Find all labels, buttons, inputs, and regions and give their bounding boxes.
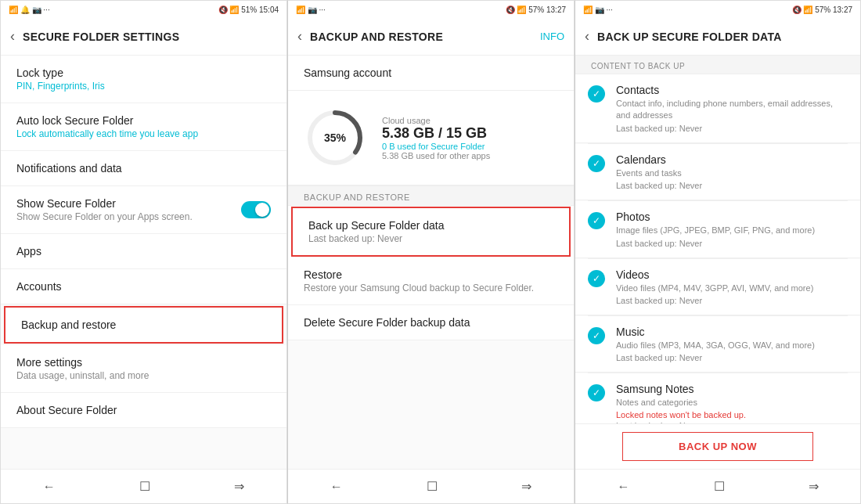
videos-desc: Video files (MP4, M4V, 3GPP, AVI, WMV, a… — [616, 283, 848, 294]
status-icons-left-1: 📶 🔔 📷 ··· — [9, 5, 50, 14]
check-icon-notes: ✓ — [593, 387, 600, 398]
cloud-usage-label: Cloud usage — [382, 116, 558, 125]
lock-type-title: Lock type — [16, 67, 271, 79]
nav-home-2[interactable]: ☐ — [427, 479, 438, 494]
check-icon-calendars: ✓ — [593, 158, 600, 169]
nav-back-1[interactable]: ← — [43, 480, 56, 494]
backup-item-back-up[interactable]: Back up Secure Folder data Last backed u… — [291, 207, 571, 257]
bottom-nav-1: ← ☐ ⇒ — [1, 469, 286, 503]
check-notes[interactable]: ✓ — [588, 384, 605, 401]
status-bar-1: 📶 🔔 📷 ··· 🔇 📶 51% 15:04 — [1, 1, 286, 18]
show-folder-subtitle: Show Secure Folder on your Apps screen. — [16, 211, 193, 222]
settings-item-lock-type[interactable]: Lock type PIN, Fingerprints, Iris — [1, 56, 286, 103]
check-calendars[interactable]: ✓ — [588, 155, 605, 172]
check-contacts[interactable]: ✓ — [588, 85, 605, 103]
back-up-subtitle: Last backed up: Never — [308, 233, 553, 244]
content-to-back-up-header: CONTENT TO BACK UP — [575, 56, 860, 74]
nav-back-3[interactable]: ← — [618, 480, 630, 494]
notes-desc: Notes and categories — [616, 397, 848, 409]
settings-item-show-folder[interactable]: Show Secure Folder Show Secure Folder on… — [1, 186, 286, 234]
nav-home-3[interactable]: ☐ — [714, 479, 725, 494]
top-bar-2: ‹ BACKUP AND RESTORE INFO — [288, 18, 574, 56]
content-item-photos[interactable]: ✓ Photos Image files (JPG, JPEG, BMP, GI… — [575, 201, 860, 257]
calendars-info: Calendars Events and tasks Last backed u… — [616, 153, 848, 190]
notes-info: Samsung Notes Notes and categories Locke… — [616, 383, 848, 423]
music-info: Music Audio files (MP3, M4A, 3GA, OGG, W… — [616, 326, 848, 362]
cloud-usage-size: 5.38 GB / 15 GB — [382, 125, 558, 142]
auto-lock-title: Auto lock Secure Folder — [16, 114, 271, 127]
content-item-contacts[interactable]: ✓ Contacts Contact info, including phone… — [575, 74, 860, 143]
settings-item-backup-restore[interactable]: Backup and restore — [4, 306, 283, 344]
status-bar-2: 📶 📷 ··· 🔇 📶 57% 13:27 — [288, 1, 574, 18]
cloud-other-used: 5.38 GB used for other apps — [382, 151, 558, 160]
nav-recent-2[interactable]: ⇒ — [521, 479, 531, 494]
lock-type-subtitle: PIN, Fingerprints, Iris — [16, 81, 271, 92]
settings-item-notifications[interactable]: Notifications and data — [1, 151, 286, 186]
nav-home-1[interactable]: ☐ — [139, 479, 150, 494]
music-backed: Last backed up: Never — [616, 353, 848, 362]
show-folder-row: Show Secure Folder Show Secure Folder on… — [16, 197, 271, 222]
show-folder-toggle[interactable] — [241, 201, 271, 218]
back-up-title: Back up Secure Folder data — [308, 219, 553, 232]
status-bar-3: 📶 📷 ··· 🔇 📶 57% 13:27 — [575, 1, 860, 18]
photos-desc: Image files (JPG, JPEG, BMP, GIF, PNG, a… — [616, 225, 848, 236]
panel-back-up-data: 📶 📷 ··· 🔇 📶 57% 13:27 ‹ BACK UP SECURE F… — [575, 0, 861, 504]
time-battery-1: 🔇 📶 51% 15:04 — [218, 5, 279, 14]
status-icons-right-2: 🔇 📶 57% 13:27 — [506, 5, 566, 14]
backup-restore-section-label: BACKUP AND RESTORE — [288, 185, 574, 206]
show-folder-title: Show Secure Folder — [16, 197, 193, 210]
status-icons-right-3: 🔇 📶 57% 13:27 — [792, 5, 852, 14]
panel-backup-restore: 📶 📷 ··· 🔇 📶 57% 13:27 ‹ BACKUP AND RESTO… — [287, 0, 575, 504]
content-section: ✓ Contacts Contact info, including phone… — [575, 74, 860, 423]
nav-recent-3[interactable]: ⇒ — [809, 479, 819, 494]
auto-lock-subtitle: Lock automatically each time you leave a… — [16, 128, 271, 139]
backup-item-restore[interactable]: Restore Restore your Samsung Cloud backu… — [288, 257, 574, 305]
more-settings-title: More settings — [16, 356, 271, 369]
check-photos[interactable]: ✓ — [588, 212, 605, 229]
nav-recent-1[interactable]: ⇒ — [234, 479, 244, 494]
calendars-title: Calendars — [616, 153, 848, 166]
contacts-title: Contacts — [616, 84, 848, 96]
notifications-title: Notifications and data — [16, 162, 271, 175]
settings-item-apps[interactable]: Apps — [1, 234, 286, 269]
cloud-usage-percent: 35% — [324, 131, 346, 144]
time-battery-2: 🔇 📶 57% 13:27 — [506, 5, 566, 14]
nav-back-2[interactable]: ← — [330, 480, 343, 494]
content-item-calendars[interactable]: ✓ Calendars Events and tasks Last backed… — [575, 144, 860, 200]
back-up-now-button[interactable]: BACK UP NOW — [622, 432, 813, 461]
settings-item-about[interactable]: About Secure Folder — [1, 393, 286, 428]
settings-item-more-settings[interactable]: More settings Data usage, uninstall, and… — [1, 345, 286, 393]
check-icon-videos: ✓ — [593, 273, 600, 284]
cloud-secure-used: 0 B used for Secure Folder — [382, 142, 558, 151]
status-icons-left-3: 📶 📷 ··· — [583, 5, 613, 14]
back-button-3[interactable]: ‹ — [585, 28, 589, 45]
back-button-1[interactable]: ‹ — [10, 28, 15, 45]
status-icons-right-1: 🔇 📶 51% 15:04 — [218, 5, 279, 14]
content-item-videos[interactable]: ✓ Videos Video files (MP4, M4V, 3GPP, AV… — [575, 259, 860, 315]
more-settings-subtitle: Data usage, uninstall, and more — [16, 370, 271, 381]
samsung-account-label: Samsung account — [304, 67, 391, 79]
samsung-account-item[interactable]: Samsung account — [288, 56, 574, 91]
videos-backed: Last backed up: Never — [616, 296, 848, 305]
photos-info: Photos Image files (JPG, JPEG, BMP, GIF,… — [616, 211, 848, 247]
settings-item-accounts[interactable]: Accounts — [1, 269, 286, 304]
content-item-music[interactable]: ✓ Music Audio files (MP3, M4A, 3GA, OGG,… — [575, 316, 860, 373]
contacts-desc: Contact info, including phone numbers, e… — [616, 98, 848, 122]
photos-backed: Last backed up: Never — [616, 239, 848, 248]
notes-title: Samsung Notes — [616, 383, 848, 395]
check-music[interactable]: ✓ — [588, 327, 605, 344]
photos-title: Photos — [616, 211, 848, 223]
notification-icons-3: 📶 📷 ··· — [583, 5, 613, 14]
settings-item-auto-lock[interactable]: Auto lock Secure Folder Lock automatical… — [1, 103, 286, 151]
back-button-2[interactable]: ‹ — [297, 28, 302, 45]
calendars-backed: Last backed up: Never — [616, 181, 848, 190]
cloud-info: Cloud usage 5.38 GB / 15 GB 0 B used for… — [382, 116, 558, 160]
bottom-nav-3: ← ☐ ⇒ — [575, 469, 860, 503]
content-item-notes[interactable]: ✓ Samsung Notes Notes and categories Loc… — [575, 373, 860, 423]
top-bar-3: ‹ BACK UP SECURE FOLDER DATA — [575, 18, 860, 56]
backup-item-delete[interactable]: Delete Secure Folder backup data — [288, 305, 574, 340]
check-videos[interactable]: ✓ — [588, 270, 605, 287]
info-action-button[interactable]: INFO — [540, 31, 564, 42]
apps-title: Apps — [16, 245, 271, 257]
backup-restore-title: Backup and restore — [21, 319, 266, 331]
